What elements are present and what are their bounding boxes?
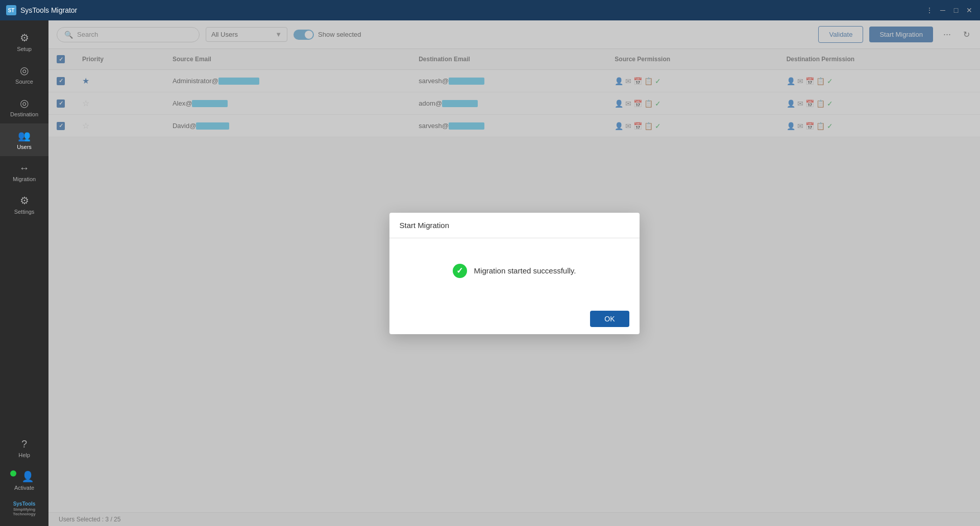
activate-icon: 👤	[21, 470, 34, 483]
sidebar: ⚙ Setup ◎ Source ◎ Destination 👥 Users ↔…	[0, 20, 48, 526]
minimize-button[interactable]: ─	[938, 6, 947, 15]
sidebar-item-setup[interactable]: ⚙ Setup	[0, 26, 48, 58]
app-container: ⚙ Setup ◎ Source ◎ Destination 👥 Users ↔…	[0, 20, 980, 526]
sidebar-label-settings: Settings	[14, 209, 35, 215]
main-content: 🔍 All Users ▼ Show selected Validate Sta…	[48, 20, 980, 526]
destination-icon: ◎	[20, 97, 29, 109]
modal-title: Start Migration	[400, 221, 450, 230]
activate-dot	[10, 470, 16, 477]
sidebar-item-help[interactable]: ? Help	[0, 432, 48, 464]
app-title: SysTools Migrator	[20, 6, 925, 14]
sidebar-item-source[interactable]: ◎ Source	[0, 58, 48, 91]
sidebar-label-activate: Activate	[14, 485, 34, 491]
window-controls: ⋮ ─ □ ✕	[925, 6, 974, 15]
settings-icon: ⚙	[20, 194, 29, 207]
ok-button[interactable]: OK	[590, 311, 629, 327]
modal-body: ✓ Migration started successfully.	[389, 238, 640, 304]
title-bar: ST SysTools Migrator ⋮ ─ □ ✕	[0, 0, 980, 20]
sidebar-bottom: ? Help 👤 Activate SysTools Simplifying T…	[0, 432, 48, 521]
close-button[interactable]: ✕	[965, 6, 974, 15]
migration-icon: ↔	[19, 162, 30, 174]
source-icon: ◎	[20, 64, 29, 77]
users-icon: 👥	[18, 130, 31, 142]
systools-logo: SysTools Simplifying Technology	[0, 497, 48, 521]
maximize-button[interactable]: □	[951, 6, 961, 15]
modal-dialog: Start Migration ✓ Migration started succ…	[389, 213, 640, 334]
sidebar-item-migration[interactable]: ↔ Migration	[0, 156, 48, 188]
setup-icon: ⚙	[20, 32, 29, 44]
app-icon: ST	[6, 5, 16, 15]
modal-overlay: Start Migration ✓ Migration started succ…	[48, 20, 980, 526]
sidebar-item-destination[interactable]: ◎ Destination	[0, 91, 48, 123]
modal-header: Start Migration	[389, 213, 640, 238]
modal-message: Migration started successfully.	[474, 266, 576, 275]
sidebar-item-settings[interactable]: ⚙ Settings	[0, 188, 48, 221]
more-options-button[interactable]: ⋮	[925, 6, 934, 15]
sidebar-item-users[interactable]: 👥 Users	[0, 123, 48, 156]
help-icon: ?	[21, 438, 27, 450]
sidebar-label-source: Source	[15, 79, 33, 85]
modal-footer: OK	[389, 304, 640, 334]
sidebar-label-destination: Destination	[10, 111, 38, 117]
sidebar-label-users: Users	[17, 144, 32, 150]
sidebar-label-setup: Setup	[17, 46, 32, 52]
sidebar-item-activate[interactable]: 👤 Activate	[0, 464, 48, 497]
sidebar-label-migration: Migration	[13, 176, 36, 182]
success-icon: ✓	[453, 264, 467, 278]
sidebar-label-help: Help	[18, 452, 30, 458]
